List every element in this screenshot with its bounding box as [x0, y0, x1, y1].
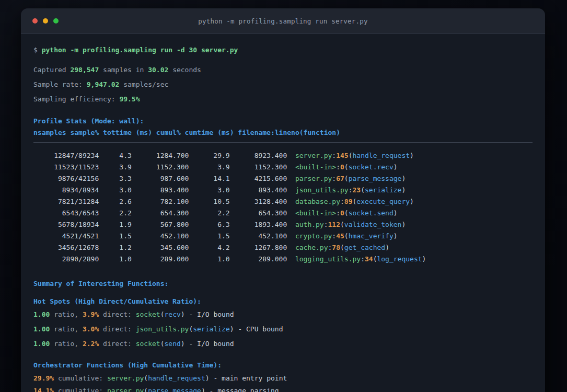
command-text: python -m profiling.sampling run -d 30 s…: [42, 46, 238, 54]
function-name: socket.send: [349, 209, 394, 217]
annotation: - main entry point: [210, 374, 287, 382]
punct: ): [410, 152, 414, 159]
stats-row: 8934/8934 3.0 893.400 3.0 893.400 json_u…: [33, 185, 533, 196]
lineno: 89: [344, 198, 353, 205]
column-headers: nsamples sample% tottime (ms) cumul% cum…: [33, 129, 340, 136]
punct: (: [349, 152, 353, 159]
section-heading: Orchestrator Functions (High Cumulative …: [33, 361, 222, 369]
percent-value: 14.1%: [33, 387, 54, 392]
stats-row: 4521/4521 1.5 452.100 1.5 452.100 crypto…: [33, 230, 533, 242]
punct: :: [340, 198, 344, 205]
punct: ): [401, 221, 406, 228]
lineno: 34: [365, 255, 373, 263]
filename: json_utils.py: [295, 186, 349, 194]
close-button[interactable]: [32, 18, 38, 24]
label: ratio,: [50, 310, 83, 318]
terminal-window: python -m profiling.sampling run server.…: [21, 8, 545, 392]
minimize-button[interactable]: [43, 18, 48, 24]
filename: parser.py: [295, 175, 332, 182]
label: direct:: [99, 310, 135, 318]
punct: :: [361, 255, 365, 263]
label: Captured: [33, 66, 70, 74]
punct: ): [401, 175, 406, 182]
filename: <built-in>: [295, 163, 336, 171]
punct: ): [394, 163, 398, 171]
annotation: - I/O bound: [185, 310, 234, 318]
hot-spot-line: 1.00 ratio, 3.9% direct: socket(recv) - …: [33, 309, 533, 320]
function-name: handle_request: [148, 374, 205, 382]
punct: (: [144, 374, 148, 382]
table-divider: [33, 142, 533, 143]
label: samples in: [99, 66, 148, 74]
function-name: serialize: [193, 325, 229, 333]
maximize-button[interactable]: [53, 18, 59, 24]
prompt-line: $ python -m profiling.sampling run -d 30…: [33, 44, 533, 56]
stats-row: 6543/6543 2.2 654.300 2.2 654.300 <built…: [33, 207, 533, 219]
sample-rate-value: 9,947.02: [87, 80, 120, 88]
annotation: - CPU bound: [234, 325, 283, 333]
filename: server.py: [295, 152, 332, 159]
label: cumulative:: [54, 374, 107, 382]
punct: (: [344, 209, 349, 217]
punct: ): [230, 325, 234, 333]
function-name: execute_query: [356, 198, 410, 205]
lineno: 45: [336, 232, 344, 240]
captured-line: Captured 298,547 samples in 30.02 second…: [33, 64, 533, 76]
function-name: socket.recv: [349, 163, 394, 171]
punct: :: [324, 221, 328, 228]
stats-row: 2890/2890 1.0 289.000 1.0 289.000 loggin…: [33, 253, 533, 265]
filename: parser.py: [107, 387, 144, 392]
function-name: handle_request: [353, 152, 410, 159]
label: direct:: [99, 325, 135, 333]
punct: ): [181, 340, 185, 348]
filename: crypto.py: [295, 232, 332, 240]
row-stats: 6543/6543 2.2 654.300 2.2 654.300: [33, 209, 295, 217]
label: cumulative:: [54, 387, 107, 392]
stats-row: 9876/42156 3.3 987.600 14.1 4215.600 par…: [33, 173, 533, 185]
row-stats: 7821/31284 2.6 782.100 10.5 3128.400: [33, 198, 295, 205]
filename: cache.py: [295, 244, 328, 251]
ratio-value: 1.00: [33, 340, 50, 348]
percent-value: 29.9%: [33, 374, 54, 382]
stats-row: 5678/18934 1.9 567.800 6.3 1893.400 auth…: [33, 219, 533, 230]
label: Sample rate:: [33, 80, 87, 88]
annotation: - I/O bound: [185, 340, 234, 348]
punct: (: [344, 163, 349, 171]
section-heading: Summary of Interesting Functions:: [33, 280, 168, 287]
section-heading: Hot Spots (High Direct/Cumulative Ratio)…: [33, 297, 201, 305]
punct: ): [394, 209, 398, 217]
punct: ): [422, 255, 426, 263]
row-stats: 9876/42156 3.3 987.600 14.1 4215.600: [33, 175, 295, 182]
percent-value: 2.2%: [83, 340, 99, 348]
section-heading: Profile Stats (Mode: wall):: [33, 117, 144, 125]
lineno: 112: [328, 221, 340, 228]
filename: socket: [136, 340, 160, 348]
terminal-content: $ python -m profiling.sampling run -d 30…: [21, 34, 545, 392]
function-name: hmac_verify: [349, 232, 394, 240]
punct: :: [332, 152, 336, 159]
function-name: recv: [165, 310, 181, 318]
orchestrator-line: 14.1% cumulative: parser.py(parse_messag…: [33, 385, 533, 392]
table-header: nsamples sample% tottime (ms) cumul% cum…: [33, 127, 533, 139]
punct: (: [160, 340, 165, 348]
row-stats: 12847/89234 4.3 1284.700 29.9 8923.400: [33, 152, 295, 159]
efficiency-value: 99.5%: [119, 95, 140, 103]
function-name: parse_message: [148, 387, 201, 392]
function-name: serialize: [365, 186, 401, 194]
punct: ): [201, 387, 205, 392]
punct: ): [385, 244, 389, 251]
lineno: 145: [336, 152, 348, 159]
hot-spots-heading: Hot Spots (High Direct/Cumulative Ratio)…: [33, 296, 533, 307]
hot-spot-line: 1.00 ratio, 3.0% direct: json_utils.py(s…: [33, 324, 533, 335]
annotation: - message parsing: [205, 387, 279, 392]
row-stats: 2890/2890 1.0 289.000 1.0 289.000: [33, 255, 295, 263]
punct: (: [340, 244, 344, 251]
profile-stats-heading: Profile Stats (Mode: wall):: [33, 116, 533, 127]
punct: (: [160, 310, 165, 318]
row-stats: 11523/11523 3.9 1152.300 3.9 1152.300: [33, 163, 295, 171]
stats-row: 11523/11523 3.9 1152.300 3.9 1152.300 <b…: [33, 162, 533, 173]
punct: ): [181, 310, 185, 318]
row-stats: 5678/18934 1.9 567.800 6.3 1893.400: [33, 221, 295, 228]
hot-spot-line: 1.00 ratio, 2.2% direct: socket(send) - …: [33, 338, 533, 350]
stats-row: 7821/31284 2.6 782.100 10.5 3128.400 dat…: [33, 196, 533, 207]
